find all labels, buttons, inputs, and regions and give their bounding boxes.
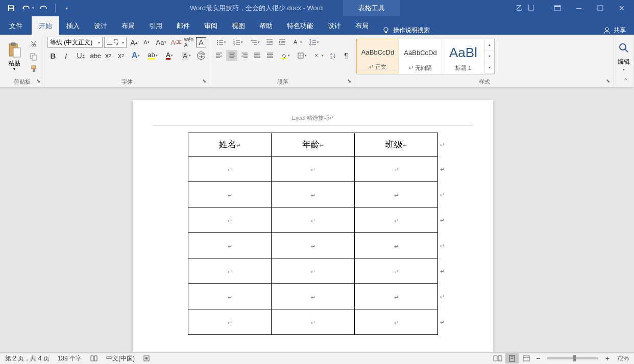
enclose-characters-button[interactable]: 字 (196, 50, 207, 61)
zoom-out-button[interactable]: − (534, 354, 542, 362)
tab-file[interactable]: 文件 (0, 16, 32, 35)
text-effects-button[interactable]: A▾ (128, 50, 143, 61)
font-dialog-launcher[interactable]: ⬊ (201, 78, 208, 85)
titlebar: ▾ ▾ Word最实用技巧，全会的人很少.docx - Word 表格工具 乙 … (0, 0, 634, 16)
show-marks-button[interactable]: ¶ (340, 50, 352, 61)
svg-point-3 (384, 28, 388, 32)
styles-dialog-launcher[interactable]: ⬊ (604, 78, 612, 85)
align-justify-button[interactable] (252, 50, 263, 61)
style-no-spacing[interactable]: AaBbCcDd ↵ 无间隔 (399, 39, 442, 74)
paragraph-dialog-launcher[interactable]: ⬊ (346, 78, 353, 85)
multilevel-list-button[interactable]: ▾ (247, 37, 262, 48)
strikethrough-button[interactable]: abc (90, 50, 101, 61)
distributed-button[interactable] (264, 50, 276, 61)
clear-formatting-button[interactable]: A⌫ (170, 37, 182, 48)
underline-button[interactable]: U▾ (73, 50, 88, 61)
asian-layout-button[interactable]: A▾ (289, 37, 305, 48)
subscript-button[interactable]: x2 (103, 50, 114, 61)
save-button[interactable] (4, 1, 18, 15)
status-page[interactable]: 第 2 页，共 4 页 (5, 354, 50, 363)
view-read-mode[interactable] (491, 353, 504, 363)
style-normal[interactable]: AaBbCcDd ↵ 正文 (356, 39, 399, 73)
maximize-button[interactable] (590, 1, 611, 15)
document-table[interactable]: 姓名↵ 年龄↵ 班级↵↵ ↵↵↵↵ ↵↵↵↵ ↵↵↵↵ ↵↵↵↵ ↵↵↵↵ ↵↵… (188, 133, 438, 335)
font-color-button[interactable]: A▾ (162, 50, 177, 61)
table-row: ↵↵↵↵ (188, 258, 438, 284)
tab-design[interactable]: 设计 (87, 16, 114, 35)
status-macro[interactable] (143, 355, 150, 362)
style-heading1[interactable]: AaBl 标题 1 (442, 39, 485, 74)
increase-indent-button[interactable] (277, 37, 288, 48)
undo-button[interactable]: ▾ (20, 1, 35, 15)
svg-rect-69 (145, 357, 148, 359)
character-border-button[interactable]: A (196, 37, 206, 47)
format-painter-button[interactable] (29, 64, 39, 74)
numbering-button[interactable]: 123▾ (230, 37, 246, 48)
svg-point-4 (605, 28, 608, 31)
decrease-indent-button[interactable] (264, 37, 275, 48)
table-header-cell: 班级↵↵ (355, 133, 438, 157)
view-print-layout[interactable] (505, 353, 519, 363)
status-word-count[interactable]: 139 个字 (58, 354, 82, 363)
tab-references[interactable]: 引用 (142, 16, 169, 35)
character-shading-button[interactable]: A▾ (179, 50, 194, 61)
styles-more[interactable]: ▾ (485, 62, 494, 74)
bold-button[interactable]: B (47, 50, 59, 61)
borders-button[interactable]: ▾ (294, 50, 309, 61)
qat-customize[interactable]: ▾ (60, 1, 74, 15)
tab-layout[interactable]: 布局 (114, 16, 142, 35)
status-language[interactable]: 中文(中国) (106, 354, 135, 363)
italic-button[interactable]: I (60, 50, 71, 61)
change-case-button[interactable]: Aa▾ (154, 37, 169, 48)
tab-insert[interactable]: 插入 (59, 16, 87, 35)
zoom-in-button[interactable]: + (603, 354, 612, 362)
cut-button[interactable] (29, 39, 39, 49)
close-button[interactable]: ✕ (612, 1, 632, 15)
bullets-button[interactable]: ▾ (213, 37, 229, 48)
ribbon-display-options[interactable] (547, 1, 568, 15)
styles-scroll-up[interactable]: ▴ (485, 39, 494, 51)
minimize-button[interactable]: ─ (569, 1, 589, 15)
zoom-thumb[interactable] (573, 355, 576, 361)
tab-table-design[interactable]: 设计 (321, 16, 348, 35)
view-web-layout[interactable] (520, 353, 533, 363)
tab-table-layout[interactable]: 布局 (348, 16, 376, 35)
zoom-slider[interactable] (547, 357, 598, 359)
sort-button[interactable]: AZ (328, 50, 339, 61)
copy-button[interactable] (29, 51, 39, 62)
text-direction-button[interactable]: ✕▾ (311, 50, 326, 61)
font-name-combo[interactable]: 等线 (中文正文)▾ (47, 37, 103, 48)
status-spellcheck[interactable] (90, 355, 98, 362)
align-right-button[interactable] (239, 50, 250, 61)
font-size-combo[interactable]: 三号▾ (104, 37, 127, 48)
redo-button[interactable] (37, 1, 51, 15)
shading-button[interactable]: ▾ (277, 50, 292, 61)
collapse-ribbon-button[interactable]: ⌃ (623, 77, 628, 84)
styles-scroll-down[interactable]: ▾ (485, 50, 494, 62)
grow-font-button[interactable]: A▴ (128, 37, 139, 48)
tab-home[interactable]: 开始 (32, 16, 59, 35)
document-area[interactable]: Excel 精选技巧↵ 姓名↵ 年龄↵ 班级↵↵ ↵↵↵↵ ↵↵↵↵ ↵↵↵↵ … (0, 88, 634, 352)
tab-review[interactable]: 审阅 (197, 16, 225, 35)
tab-view[interactable]: 视图 (225, 16, 252, 35)
line-spacing-button[interactable]: ▾ (306, 37, 322, 48)
border-icon (297, 52, 304, 59)
tab-special[interactable]: 特色功能 (280, 16, 321, 35)
align-center-button[interactable] (226, 50, 237, 61)
line-spacing-icon (309, 39, 316, 46)
share-button[interactable]: 共享 (603, 26, 634, 35)
highlight-button[interactable]: ab▾ (145, 50, 160, 61)
styles-gallery: AaBbCcDd ↵ 正文 AaBbCcDd ↵ 无间隔 AaBl 标题 1 ▴… (356, 39, 495, 74)
tell-me-search[interactable]: 操作说明搜索 (376, 26, 436, 35)
paste-button[interactable]: 粘贴 ▾ (3, 40, 26, 73)
clipboard-dialog-launcher[interactable]: ⬊ (35, 78, 42, 85)
shrink-font-button[interactable]: A▾ (141, 37, 152, 48)
phonetic-guide-button[interactable]: wénA (183, 37, 194, 48)
align-left-button[interactable] (213, 50, 225, 61)
superscript-button[interactable]: x2 (115, 50, 127, 61)
zoom-level[interactable]: 72% (617, 355, 629, 362)
group-paragraph: ▾ 123▾ ▾ A▾ ▾ ▾ ▾ ✕▾ AZ ¶ 段落⬊ (210, 35, 355, 87)
find-button[interactable] (617, 41, 630, 55)
tab-mailings[interactable]: 邮件 (169, 16, 197, 35)
tab-help[interactable]: 帮助 (252, 16, 280, 35)
